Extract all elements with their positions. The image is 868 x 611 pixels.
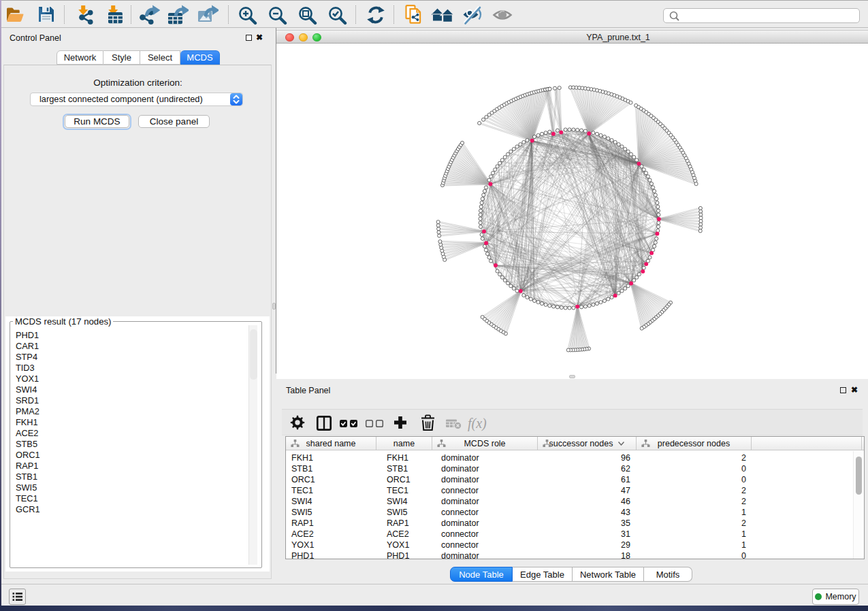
svg-text:f(x): f(x) (468, 416, 487, 431)
